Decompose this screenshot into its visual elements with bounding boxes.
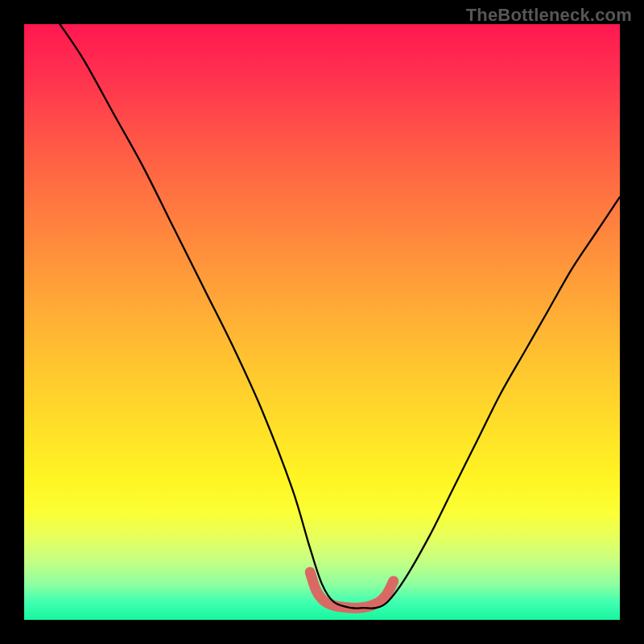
main-curve-path [60, 24, 620, 609]
watermark-text: TheBottleneck.com [466, 5, 632, 26]
plot-area [24, 24, 620, 620]
valley-marker-path [310, 572, 394, 608]
chart-svg [24, 24, 620, 620]
chart-frame: TheBottleneck.com [0, 0, 644, 644]
